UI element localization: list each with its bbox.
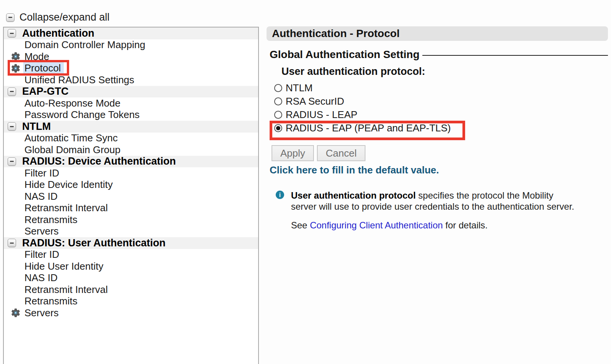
mobility-console-page: Collapse/expand all AuthenticationDomain… [0,0,611,364]
info-line-1-rest: specifies the protocol the Mobility [416,190,553,201]
collapse-toggle-icon[interactable] [8,29,16,37]
collapse-expand-all[interactable]: Collapse/expand all [6,11,110,23]
info-note: i User authentication protocol specifies… [276,190,604,212]
see-details-line: See Configuring Client Authentication fo… [291,220,488,231]
info-icon: i [276,191,284,199]
sidebar-item-label: Retransmits [24,295,78,307]
sidebar-item-label: Password Change Tokens [24,109,140,121]
sidebar-item-servers[interactable]: Servers [4,307,258,319]
page-title: Authentication - Protocol [267,26,608,41]
collapse-toggle-icon[interactable] [8,157,16,166]
sidebar-item-label: Auto-Response Mode [24,97,120,109]
sidebar-item-label: Servers [24,225,59,237]
info-line-1: User authentication protocol specifies t… [291,190,604,201]
section-header-authentication[interactable]: Authentication [4,28,258,39]
sidebar-item-retransmit-interval[interactable]: Retransmit Interval [4,202,258,214]
sidebar-item-hide-user-identity[interactable]: Hide User Identity [4,260,258,272]
radio-button-icon[interactable] [274,84,282,92]
radio-button-icon[interactable] [274,111,282,119]
minus-glyph [10,91,14,92]
minus-glyph [10,33,14,34]
sidebar-item-servers[interactable]: Servers [4,226,258,238]
sidebar-item-unified-radius-settings[interactable]: Unified RADIUS Settings [4,74,258,86]
info-text: User authentication protocol specifies t… [276,190,604,212]
sidebar-item-label: Automatic Time Sync [24,132,118,144]
minus-toggle-icon[interactable] [6,13,15,22]
see-prefix: See [291,220,310,230]
sidebar-item-retransmits[interactable]: Retransmits [4,214,258,226]
section-title[interactable]: RADIUS: User Authentication [22,237,166,249]
group-heading: Global Authentication Setting [270,49,608,61]
info-term: User authentication protocol [291,190,416,201]
sidebar-item-automatic-time-sync[interactable]: Automatic Time Sync [4,133,258,144]
sidebar-item-label: Retransmits [24,214,78,226]
sidebar-item-label: Retransmit Interval [24,202,108,214]
gear-icon [10,307,21,318]
radio-option-ntlm[interactable]: NTLM [274,81,451,95]
sidebar-item-label: NAS ID [24,191,58,202]
sidebar-item-label: Hide Device Identity [24,179,113,191]
radio-option-radius-leap[interactable]: RADIUS - LEAP [274,108,451,121]
field-label: User authentication protocol: [281,66,425,78]
sidebar-item-label: Domain Controller Mapping [24,39,145,51]
minus-glyph [8,17,12,18]
collapse-expand-all-label[interactable]: Collapse/expand all [19,11,110,23]
apply-button[interactable]: Apply [272,145,314,161]
section-header-ntlm[interactable]: NTLM [4,121,258,133]
section-title[interactable]: NTLM [22,121,51,133]
section-header-eap-gtc[interactable]: EAP-GTC [4,86,258,98]
sidebar-item-label: Mode [24,51,49,63]
section-title[interactable]: RADIUS: Device Authentication [22,155,176,167]
sidebar-item-retransmits[interactable]: Retransmits [4,296,258,307]
sidebar-item-nas-id[interactable]: NAS ID [4,272,258,284]
minus-glyph [10,161,14,162]
fill-default-link[interactable]: Click here to fill in the default value. [270,164,439,176]
radio-option-radius-eap-peap-and-eap-tls[interactable]: RADIUS - EAP (PEAP and EAP-TLS) [274,121,451,135]
sidebar-item-label: Hide User Identity [24,260,103,272]
action-buttons: Apply Cancel [272,145,365,161]
section-title[interactable]: EAP-GTC [22,86,69,97]
sidebar-item-label: Servers [24,307,59,319]
group-heading-label: Global Authentication Setting [270,49,420,61]
group-heading-rule [422,55,608,61]
see-suffix: for details. [443,220,488,230]
sidebar-item-label: Filter ID [24,167,59,179]
section-header-radius-device-authentication[interactable]: RADIUS: Device Authentication [4,156,258,168]
sidebar-item-label: Protocol [23,62,64,75]
radio-group: NTLMRSA SecurIDRADIUS - LEAPRADIUS - EAP… [274,81,451,135]
sidebar-item-domain-controller-mapping[interactable]: Domain Controller Mapping [4,39,258,51]
section-title[interactable]: Authentication [22,28,94,39]
sidebar-tree: AuthenticationDomain Controller MappingM… [3,27,259,364]
sidebar-item-protocol[interactable]: Protocol [4,63,258,74]
cancel-button[interactable]: Cancel [317,145,365,161]
sidebar-item-label: Global Domain Group [24,144,120,156]
radio-button-icon[interactable] [274,124,282,132]
radio-option-label: RSA SecurID [286,95,344,107]
radio-option-rsa-securid[interactable]: RSA SecurID [274,95,451,108]
radio-option-label: RADIUS - EAP (PEAP and EAP-TLS) [286,122,451,134]
collapse-toggle-icon[interactable] [8,239,16,247]
section-header-radius-user-authentication[interactable]: RADIUS: User Authentication [4,237,258,249]
sidebar-item-filter-id[interactable]: Filter ID [4,167,258,179]
gear-icon [10,51,21,62]
minus-glyph [10,243,14,244]
sidebar-item-label: NAS ID [24,272,58,284]
sidebar-item-filter-id[interactable]: Filter ID [4,249,258,261]
sidebar-item-label: Retransmit Interval [24,284,108,296]
minus-glyph [10,126,14,127]
sidebar-item-auto-response-mode[interactable]: Auto-Response Mode [4,97,258,109]
radio-option-label: NTLM [286,82,313,94]
configuring-client-authentication-link[interactable]: Configuring Client Authentication [310,220,443,230]
sidebar-item-label: Filter ID [24,249,59,260]
collapse-toggle-icon[interactable] [8,122,16,131]
sidebar-item-global-domain-group[interactable]: Global Domain Group [4,144,258,156]
sidebar-item-mode[interactable]: Mode [4,51,258,63]
sidebar-item-retransmit-interval[interactable]: Retransmit Interval [4,284,258,296]
sidebar-item-nas-id[interactable]: NAS ID [4,191,258,202]
sidebar-item-hide-device-identity[interactable]: Hide Device Identity [4,179,258,191]
radio-button-icon[interactable] [274,97,282,105]
sidebar-item-label: Unified RADIUS Settings [24,74,134,86]
collapse-toggle-icon[interactable] [8,87,16,96]
sidebar-item-password-change-tokens[interactable]: Password Change Tokens [4,109,258,121]
info-line-2: server will use to provide user credenti… [291,201,604,212]
